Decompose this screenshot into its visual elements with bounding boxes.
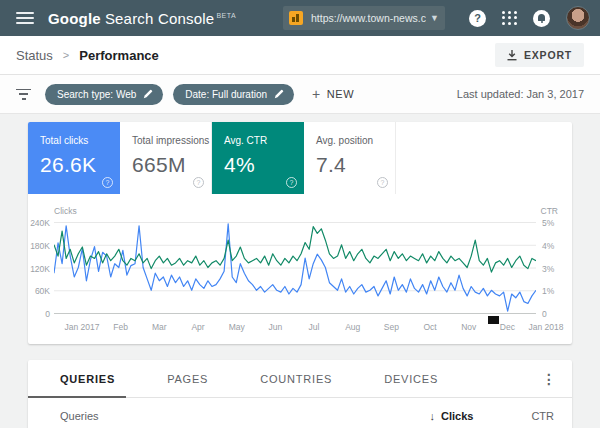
beta-badge: BETA <box>216 12 236 19</box>
new-filter-button[interactable]: + NEW <box>312 86 354 102</box>
page-title: Performance <box>79 48 158 63</box>
app-title: GoogleSearch ConsoleBETA <box>48 10 236 27</box>
metric-label: Total impressions <box>132 135 211 146</box>
metric-tile-avg-ctr[interactable]: Avg. CTR 4% ? <box>212 122 304 194</box>
breadcrumb-bar: Status > Performance EXPORT <box>0 36 600 75</box>
metric-tile-avg-position[interactable]: Avg. position 7.4 ? <box>304 122 396 194</box>
sort-desc-icon: ↓ <box>429 410 435 422</box>
export-label: EXPORT <box>524 49 572 61</box>
filter-icon[interactable] <box>16 89 31 100</box>
table-tabs: QUERIES PAGES COUNTRIES DEVICES ⋮ <box>28 360 572 398</box>
download-icon <box>507 50 517 61</box>
help-icon[interactable]: ? <box>193 177 204 188</box>
metric-tile-total-impressions[interactable]: Total impressions 665M ? <box>120 122 212 194</box>
column-header-ctr[interactable]: CTR <box>531 410 554 422</box>
metric-tiles: Total clicks 26.6K ? Total impressions 6… <box>28 122 572 194</box>
search-type-label: Search type: Web <box>57 89 136 100</box>
date-filter-label: Date: Full duration <box>185 89 267 100</box>
time-series-chart <box>54 222 536 314</box>
metric-label: Avg. CTR <box>224 135 304 146</box>
mouse-cursor <box>488 316 499 324</box>
overflow-menu-icon[interactable]: ⋮ <box>542 371 556 387</box>
property-icon <box>289 11 303 25</box>
brand-google: Google <box>48 10 101 27</box>
right-axis-title: CTR <box>541 206 558 216</box>
metric-value: 665M <box>132 153 211 177</box>
property-url: https://www.town-news.com <box>311 12 426 24</box>
edit-icon <box>274 89 284 99</box>
avatar[interactable] <box>566 6 590 30</box>
brand-product: Search Console <box>105 10 215 27</box>
help-icon[interactable]: ? <box>469 10 486 27</box>
chevron-down-icon: ▼ <box>430 13 439 23</box>
tab-queries[interactable]: QUERIES <box>60 373 115 385</box>
help-icon[interactable]: ? <box>102 177 113 188</box>
help-icon[interactable]: ? <box>377 177 388 188</box>
property-selector[interactable]: https://www.town-news.com ▼ <box>283 6 445 30</box>
tab-devices[interactable]: DEVICES <box>384 373 438 385</box>
dimensions-table-card: QUERIES PAGES COUNTRIES DEVICES ⋮ Querie… <box>28 360 572 428</box>
menu-icon[interactable] <box>16 12 34 24</box>
last-updated-text: Last updated: Jan 3, 2017 <box>457 88 584 100</box>
date-filter-chip[interactable]: Date: Full duration <box>173 84 294 105</box>
active-tab-underline <box>28 396 126 398</box>
clicks-header-label: Clicks <box>441 410 473 422</box>
breadcrumb-status[interactable]: Status <box>16 48 53 63</box>
export-button[interactable]: EXPORT <box>495 43 584 67</box>
performance-chart-card: Total clicks 26.6K ? Total impressions 6… <box>28 122 572 344</box>
apps-grid-icon[interactable] <box>502 11 517 26</box>
tab-pages[interactable]: PAGES <box>167 373 208 385</box>
metric-value: 26.6K <box>40 153 120 177</box>
left-axis-title: Clicks <box>54 206 77 216</box>
table-header-row: Queries ↓ Clicks CTR <box>28 398 572 428</box>
new-filter-label: NEW <box>327 88 354 100</box>
app-header: GoogleSearch ConsoleBETA https://www.tow… <box>0 0 600 36</box>
help-icon[interactable]: ? <box>286 177 297 188</box>
metric-label: Avg. position <box>316 135 395 146</box>
column-header-clicks[interactable]: ↓ Clicks <box>429 410 473 422</box>
metric-value: 7.4 <box>316 153 395 177</box>
search-type-chip[interactable]: Search type: Web <box>45 84 163 105</box>
edit-icon <box>143 89 153 99</box>
column-header-queries[interactable]: Queries <box>60 410 99 422</box>
filter-bar: Search type: Web Date: Full duration + N… <box>0 75 600 114</box>
page-body: Total clicks 26.6K ? Total impressions 6… <box>0 114 600 428</box>
metric-value: 4% <box>224 153 304 177</box>
metric-label: Total clicks <box>40 135 120 146</box>
plus-icon: + <box>312 86 321 102</box>
metric-tile-total-clicks[interactable]: Total clicks 26.6K ? <box>28 122 120 194</box>
breadcrumb-separator: > <box>63 49 69 61</box>
notifications-icon[interactable] <box>533 10 550 27</box>
tab-countries[interactable]: COUNTRIES <box>260 373 332 385</box>
